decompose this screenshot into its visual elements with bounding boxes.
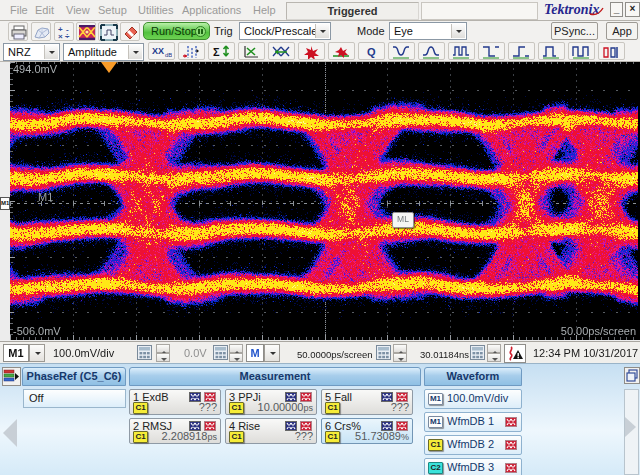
eye-color-icon[interactable] bbox=[76, 22, 96, 41]
keypad-icon[interactable] bbox=[137, 345, 154, 361]
database-red-icon[interactable] bbox=[505, 417, 517, 427]
offset-value[interactable]: 0.0V bbox=[184, 347, 207, 359]
vertical-scale-value[interactable]: 100.0mV/div bbox=[53, 347, 114, 359]
close-button[interactable]: × bbox=[625, 2, 640, 17]
fall-wave-icon[interactable] bbox=[388, 42, 415, 60]
toolbar-layers-button[interactable] bbox=[2, 367, 21, 386]
spin-down-icon[interactable] bbox=[487, 353, 501, 362]
waveform-row[interactable]: M1WfmDB 1 bbox=[424, 412, 522, 432]
math-icon[interactable]: +-×÷ bbox=[54, 22, 74, 41]
psync-button[interactable]: PSync... bbox=[551, 22, 598, 40]
pulse-pos-icon[interactable] bbox=[538, 42, 565, 60]
position-spinner[interactable] bbox=[487, 344, 501, 362]
qfactor-icon[interactable]: Q bbox=[358, 42, 385, 60]
phaseref-header[interactable]: PhaseRef (C5_C6) bbox=[22, 367, 126, 386]
phaseref-value[interactable]: Off bbox=[23, 389, 126, 408]
extinction-ratio-icon[interactable]: XXdB bbox=[148, 42, 175, 60]
measurement-tile[interactable]: 1 ExdBC1??? bbox=[129, 389, 221, 415]
menu-utilities[interactable]: Utilities bbox=[138, 4, 173, 16]
square-wave-icon[interactable] bbox=[568, 42, 595, 60]
menu-edit[interactable]: Edit bbox=[35, 4, 54, 16]
eye-width-icon[interactable] bbox=[268, 42, 295, 60]
restore-panel-button[interactable] bbox=[624, 367, 640, 384]
channel-dropdown-icon[interactable] bbox=[29, 344, 45, 362]
signal-type-select[interactable]: NRZ bbox=[3, 43, 60, 61]
waveform-source-badge: M1 bbox=[428, 416, 443, 428]
spin-down-icon[interactable] bbox=[229, 353, 243, 362]
menu-view[interactable]: View bbox=[66, 4, 90, 16]
chevron-down-icon[interactable] bbox=[315, 24, 329, 38]
trigger-status: Triggered bbox=[286, 2, 419, 20]
pulse-fall-icon[interactable] bbox=[478, 42, 505, 60]
menu-file[interactable]: File bbox=[10, 4, 28, 16]
measurement-tile[interactable]: 6 Crs%C151.73089% bbox=[321, 418, 413, 444]
measurement-toolbar: NRZ Amplitude XXdBΣQ bbox=[0, 42, 640, 62]
menu-setup[interactable]: Setup bbox=[98, 4, 127, 16]
measurement-value: ??? bbox=[199, 401, 217, 413]
measurement-header[interactable]: Measurement bbox=[129, 367, 421, 386]
svg-text:×: × bbox=[58, 32, 63, 41]
timebase-select[interactable]: M bbox=[246, 344, 264, 362]
pp-jitter-icon[interactable] bbox=[298, 42, 325, 60]
rms-jitter-icon[interactable] bbox=[328, 42, 355, 60]
rise-wave-icon[interactable] bbox=[418, 42, 445, 60]
waveform-row[interactable]: M1100.0mV/div bbox=[424, 389, 522, 409]
eye-pair-icon[interactable] bbox=[448, 42, 475, 60]
save-icon[interactable] bbox=[31, 22, 51, 41]
autoset-icon[interactable] bbox=[98, 22, 118, 41]
database-red-icon[interactable] bbox=[505, 463, 517, 473]
clear-icon[interactable] bbox=[120, 22, 140, 41]
horizontal-scale-spinner[interactable] bbox=[393, 344, 407, 362]
menu-help[interactable]: Help bbox=[253, 4, 276, 16]
trigger-position-icon[interactable] bbox=[101, 62, 117, 73]
print-icon[interactable] bbox=[8, 22, 28, 41]
marker-m1-handle[interactable]: M1 bbox=[0, 197, 10, 210]
measure-category-select[interactable]: Amplitude bbox=[63, 43, 144, 61]
offset-spinner[interactable] bbox=[229, 344, 243, 362]
waveform-header[interactable]: Waveform bbox=[424, 367, 522, 386]
run-stop-button[interactable]: Run/Stop bbox=[143, 22, 210, 40]
horizontal-scale-value[interactable]: 50.0000ps/screen bbox=[297, 349, 373, 360]
timebase-dropdown-icon[interactable] bbox=[264, 344, 280, 362]
scroll-left-icon[interactable] bbox=[3, 419, 17, 447]
database-red-icon[interactable] bbox=[505, 440, 517, 450]
waveform-row[interactable]: C2WfmDB 3 bbox=[424, 458, 522, 475]
vertical-scale-spinner[interactable] bbox=[156, 344, 170, 362]
waveform-row[interactable]: C1WfmDB 2 bbox=[424, 435, 522, 455]
spin-up-icon[interactable] bbox=[393, 344, 407, 353]
measurement-tile[interactable]: 4 RiseC1??? bbox=[225, 418, 317, 444]
spin-down-icon[interactable] bbox=[393, 353, 407, 362]
keypad-icon[interactable] bbox=[376, 345, 393, 361]
crossing-icon[interactable] bbox=[238, 42, 265, 60]
measurement-value: 2.208918ps bbox=[162, 430, 217, 442]
app-button[interactable]: App bbox=[606, 22, 638, 40]
keypad-icon[interactable] bbox=[470, 345, 487, 361]
source-badge: C1 bbox=[229, 431, 244, 443]
menu-bar: File Edit View Setup Utilities Applicati… bbox=[0, 0, 640, 21]
burst-icon[interactable] bbox=[598, 42, 625, 60]
chevron-down-icon[interactable] bbox=[44, 45, 58, 59]
scroll-right-icon[interactable] bbox=[625, 417, 636, 437]
chevron-down-icon[interactable] bbox=[128, 45, 142, 59]
chevron-down-icon[interactable] bbox=[451, 24, 465, 38]
keypad-icon[interactable] bbox=[213, 345, 230, 361]
sigma-icon[interactable]: Σ bbox=[208, 42, 235, 60]
spin-up-icon[interactable] bbox=[487, 344, 501, 353]
measurement-tile[interactable]: 5 FallC1??? bbox=[321, 389, 413, 415]
marker-ml-badge[interactable]: ML bbox=[392, 212, 414, 228]
menu-applications[interactable]: Applications bbox=[182, 4, 241, 16]
trig-source-select[interactable]: Clock/Prescale bbox=[239, 22, 331, 40]
position-value[interactable]: 30.01184ns bbox=[420, 349, 469, 360]
minimize-button[interactable]: _ bbox=[610, 2, 623, 17]
spin-down-icon[interactable] bbox=[156, 353, 170, 362]
pulse-rise-icon[interactable] bbox=[508, 42, 535, 60]
measurement-tile[interactable]: 3 PPJiC110.00000ps bbox=[225, 389, 317, 415]
spin-up-icon[interactable] bbox=[229, 344, 243, 353]
measurement-tile[interactable]: 2 RMSJC12.208918ps bbox=[129, 418, 221, 444]
spin-up-icon[interactable] bbox=[156, 344, 170, 353]
channel-select[interactable]: M1 bbox=[3, 344, 29, 362]
trigger-settings-button[interactable] bbox=[504, 344, 526, 363]
mode-select[interactable]: Eye bbox=[389, 22, 467, 40]
datetime-label: 12:34 PM 10/31/2017 bbox=[533, 347, 638, 359]
jitter-hist-icon[interactable] bbox=[178, 42, 205, 60]
